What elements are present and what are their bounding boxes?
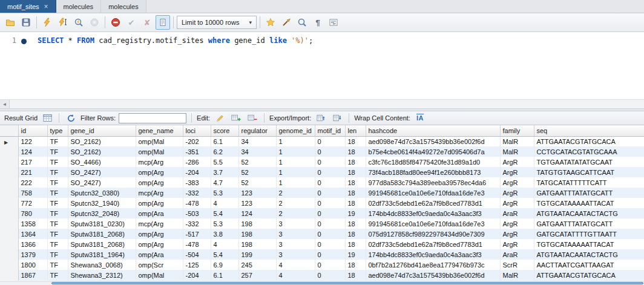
grid-cell[interactable]: 1366 <box>18 239 47 249</box>
wrap-cell-content-toggle[interactable]: IA <box>413 112 427 124</box>
stop-on-error-toggle-button[interactable] <box>108 15 123 30</box>
execute-button[interactable] <box>40 15 54 30</box>
grid-cell[interactable]: SO_2162) <box>68 136 136 146</box>
grid-cell[interactable]: 4 <box>276 260 315 270</box>
edit-record-button[interactable] <box>213 112 226 124</box>
grid-cell[interactable]: -503 <box>183 208 211 218</box>
grid-cell[interactable]: 3 <box>276 239 315 249</box>
scrollbar-thumb[interactable] <box>51 282 643 284</box>
grid-cell[interactable]: 34 <box>238 146 276 157</box>
grid-cell[interactable]: Shewana3_0068) <box>68 260 136 270</box>
grid-cell[interactable]: TF <box>47 208 68 218</box>
grid-cell[interactable]: 3.8 <box>211 229 238 239</box>
table-row[interactable]: 1366TFSputw3181_2068)omp(Arg-47841983018… <box>0 239 644 249</box>
grid-cell[interactable]: 18 <box>345 167 366 177</box>
grid-cell[interactable]: 19 <box>345 249 366 260</box>
grid-cell[interactable]: 6.2 <box>211 146 238 157</box>
editor-horizontal-scrollbar[interactable]: ◄ <box>0 99 644 108</box>
table-row[interactable]: 1867TFShewana3_2312)omp(Mal-2046.1257401… <box>0 270 644 280</box>
grid-cell[interactable]: 217 <box>18 157 47 167</box>
row-selector[interactable] <box>0 188 18 198</box>
grid-cell[interactable]: Sputw3181_2068) <box>68 229 136 239</box>
grid-cell[interactable]: ATTGAATACGTATGCACA <box>534 136 644 146</box>
grid-cell[interactable]: 1800 <box>18 260 47 270</box>
grid-cell[interactable]: 52 <box>238 177 276 188</box>
grid-cell[interactable]: omp(Mal <box>136 270 183 280</box>
column-header-genome_id[interactable]: genome_id <box>276 125 315 136</box>
row-selector[interactable] <box>0 198 18 208</box>
grid-cell[interactable]: 1867 <box>18 270 47 280</box>
column-header-score[interactable]: score <box>211 125 238 136</box>
grid-cell[interactable]: 4 <box>211 239 238 249</box>
filter-rows-input[interactable] <box>119 113 186 123</box>
scrollbar-track[interactable] <box>10 100 644 108</box>
grid-cell[interactable]: 34 <box>238 136 276 146</box>
grid-cell[interactable]: CCTGCATACGTATGCAAA <box>534 146 644 157</box>
row-selector[interactable] <box>0 167 18 177</box>
explain-plan-button[interactable] <box>71 15 86 30</box>
table-row[interactable]: 772TFSputcn32_1940)omp(Arg-4784123201802… <box>0 198 644 208</box>
grid-cell[interactable]: 0 <box>315 167 345 177</box>
grid-cell[interactable]: -332 <box>183 188 211 198</box>
table-row[interactable]: 1364TFSputw3181_2068)omp(Arg-5173.819830… <box>0 229 644 239</box>
wrap-text-button[interactable] <box>326 15 341 30</box>
column-header-hashcode[interactable]: hashcode <box>366 125 500 136</box>
grid-cell[interactable]: MalR <box>500 146 534 157</box>
table-row[interactable]: 1800TFShewana3_0068)omp(Scr-1256.9245401… <box>0 260 644 270</box>
grid-cell[interactable]: -478 <box>183 239 211 249</box>
result-grid-view-button[interactable] <box>41 112 54 124</box>
grid-cell[interactable]: TF <box>47 146 68 157</box>
table-row[interactable]: ▶122TFSO_2162)omp(Mal-2026.1341018aed098… <box>0 136 644 146</box>
grid-cell[interactable]: ArgR <box>500 177 534 188</box>
grid-cell[interactable]: ArgR <box>500 239 534 249</box>
column-header-type[interactable]: type <box>47 125 68 136</box>
scroll-left-button[interactable]: ◄ <box>0 100 10 108</box>
grid-cell[interactable]: 123 <box>238 198 276 208</box>
grid-cell[interactable]: 5.3 <box>211 188 238 198</box>
grid-cell[interactable]: ATGTAATACAATACTACTG <box>534 208 644 218</box>
delete-record-button[interactable] <box>246 112 259 124</box>
grid-cell[interactable]: 198 <box>238 218 276 229</box>
grid-cell[interactable]: Sputw3181_2068) <box>68 239 136 249</box>
grid-cell[interactable]: -517 <box>183 229 211 239</box>
grid-cell[interactable]: 124 <box>18 146 47 157</box>
column-header-gene_name[interactable]: gene_name <box>136 125 183 136</box>
grid-cell[interactable]: TF <box>47 270 68 280</box>
close-tab-icon[interactable]: × <box>44 3 48 10</box>
grid-cell[interactable]: TF <box>47 198 68 208</box>
grid-cell[interactable]: SO_2162) <box>68 146 136 157</box>
grid-cell[interactable]: Shewana3_2312) <box>68 270 136 280</box>
grid-cell[interactable]: ArgR <box>500 218 534 229</box>
refresh-button[interactable] <box>64 112 77 124</box>
grid-cell[interactable]: 73f4acb188fad80ee94f1e260bbb8173 <box>366 167 500 177</box>
grid-cell[interactable]: 0bf7b2a1276bd41ae8ea1779476b973c <box>366 260 500 270</box>
grid-cell[interactable]: Sputw3181_1964) <box>68 249 136 260</box>
grid-cell[interactable]: TATGCATATTTTTCATT <box>534 177 644 188</box>
grid-cell[interactable]: 245 <box>238 260 276 270</box>
grid-cell[interactable]: ArgR <box>500 188 534 198</box>
grid-cell[interactable]: omp(Ara <box>136 249 183 260</box>
grid-cell[interactable]: 0 <box>315 239 345 249</box>
column-header-regulator[interactable]: regulator <box>238 125 276 136</box>
sql-code-line[interactable]: SELECT * FROM cad_registry.motif_sites w… <box>31 32 644 99</box>
sql-editor[interactable]: 1 SELECT * FROM cad_registry.motif_sites… <box>0 32 644 99</box>
row-selector[interactable] <box>0 208 18 218</box>
column-header-id[interactable]: id <box>18 125 47 136</box>
table-row[interactable]: 124TFSO_2162)omp(Mal-3516.2341018b75e4cb… <box>0 146 644 157</box>
row-selector[interactable] <box>0 249 18 260</box>
grid-cell[interactable]: ATGTAATACAATACTACTG <box>534 249 644 260</box>
grid-cell[interactable]: c3fc76c18d85f84775420fe31d89a1d0 <box>366 157 500 167</box>
column-header-loci[interactable]: loci <box>183 125 211 136</box>
grid-cell[interactable]: 0 <box>315 260 345 270</box>
grid-cell[interactable]: 5.3 <box>211 218 238 229</box>
grid-cell[interactable]: omp(Mal <box>136 136 183 146</box>
grid-cell[interactable]: SO_2427) <box>68 177 136 188</box>
find-button[interactable] <box>295 15 309 30</box>
grid-cell[interactable]: 198 <box>238 239 276 249</box>
grid-cell[interactable]: -383 <box>183 177 211 188</box>
grid-cell[interactable]: omp(Arg <box>136 229 183 239</box>
row-selector[interactable] <box>0 239 18 249</box>
grid-cell[interactable]: 18 <box>345 260 366 270</box>
grid-cell[interactable]: 5.5 <box>211 157 238 167</box>
grid-cell[interactable]: MalR <box>500 136 534 146</box>
